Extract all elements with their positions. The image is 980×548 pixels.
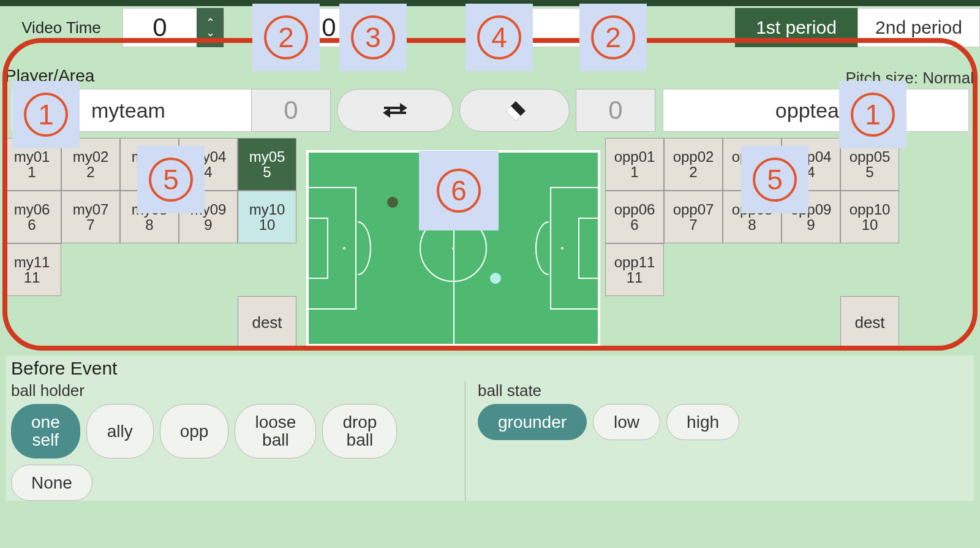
ball-holder-option-one-self[interactable]: oneself [11,404,80,459]
video-time-input-1[interactable]: 0 ⌃ ⌄ [123,8,224,47]
period-2-button[interactable]: 2nd period [858,8,980,47]
ball-holder-option-drop-ball[interactable]: dropball [322,404,397,459]
pitch-smallbox-right [578,218,599,279]
annotation-2-left: 2 [252,4,320,71]
swap-icon [382,101,409,120]
ball-state-option-high[interactable]: high [666,404,739,440]
pitch-marker-opp[interactable] [490,273,501,284]
ball-state-column: ball state grounderlowhigh [466,381,974,501]
ball-state-option-low[interactable]: low [593,404,660,440]
myteam-player-7[interactable]: my077 [61,191,120,243]
annotation-6: 6 [419,151,499,230]
ball-holder-option-ally[interactable]: ally [86,404,154,459]
before-event-title: Before Event [6,356,974,381]
ball-holder-option-opp[interactable]: opp [160,404,229,459]
ball-state-options: grounderlowhigh [478,404,969,440]
erase-button[interactable] [459,89,570,132]
ball-holder-column: ball holder oneselfallyopplooseballdropb… [6,381,466,501]
ball-holder-option-None[interactable]: None [11,465,92,501]
pitch-marker-my[interactable] [387,197,398,208]
oppteam-player-7[interactable]: opp077 [664,191,723,243]
annotation-3: 3 [339,4,407,71]
myteam-dest-cell[interactable]: dest [238,296,296,349]
video-time-value-1: 0 [123,13,197,42]
pitch-penalty-dot-left [343,247,345,249]
pitch-smallbox-left [307,218,328,279]
myteam-name: myteam [91,99,165,123]
pitch-center-dot [452,247,454,249]
myteam-player-11[interactable]: my1111 [2,243,61,296]
annotation-1-right: 1 [839,81,907,148]
oppteam-dest-cell[interactable]: dest [840,296,899,349]
period-1-button[interactable]: 1st period [735,8,858,47]
oppteam-player-10[interactable]: opp1010 [840,191,899,243]
ball-holder-label: ball holder [11,381,460,400]
myteam-player-10[interactable]: my1010 [238,191,296,243]
myteam-player-5[interactable]: my055 [238,138,296,191]
oppteam-player-11[interactable]: opp1111 [605,243,664,296]
eraser-icon [502,100,527,121]
annotation-1-left: 1 [12,81,80,148]
annotation-5-right: 5 [741,146,809,213]
oppteam-player-2[interactable]: opp022 [664,138,723,191]
swap-button[interactable] [337,89,453,132]
annotation-2-right: 2 [579,4,647,71]
video-time-spinner-1[interactable]: ⌃ ⌄ [197,8,224,47]
ball-state-label: ball state [478,381,969,400]
annotation-4: 4 [466,4,533,71]
myteam-player-6[interactable]: my066 [2,191,61,243]
ball-state-option-grounder[interactable]: grounder [478,404,587,440]
before-event-section: Before Event ball holder oneselfallyoppl… [6,356,974,501]
ball-holder-option-loose-ball[interactable]: looseball [235,404,316,459]
annotation-5-left: 5 [137,146,205,213]
ball-holder-options: oneselfallyopplooseballdropballNone [11,404,460,501]
oppteam-name-bar[interactable]: oppteam [663,89,969,132]
myteam-score[interactable]: 0 [251,89,331,132]
chevron-down-icon[interactable]: ⌄ [206,28,215,37]
oppteam-player-6[interactable]: opp066 [605,191,664,243]
oppteam-player-1[interactable]: opp011 [605,138,664,191]
pitch-penalty-dot-right [561,247,564,249]
oppteam-score[interactable]: 0 [576,89,655,132]
video-time-label: Video Time [0,18,123,37]
